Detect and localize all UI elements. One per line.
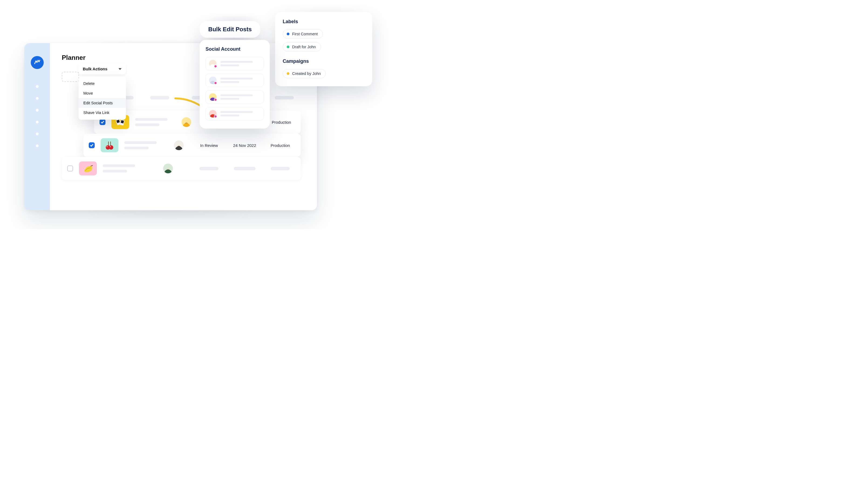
- chip[interactable]: First Comment: [283, 29, 323, 38]
- social-account-row[interactable]: [206, 73, 264, 87]
- nav-item[interactable]: [36, 85, 38, 88]
- post-thumbnail: [101, 138, 118, 152]
- chevron-down-icon: [118, 67, 122, 70]
- bulk-edit-pill-label: Bulk Edit Posts: [208, 26, 252, 33]
- chip[interactable]: Created by John: [283, 69, 326, 78]
- bulk-edit-pill: Bulk Edit Posts: [199, 21, 260, 38]
- nav-item[interactable]: [36, 97, 38, 100]
- svg-point-7: [109, 145, 113, 150]
- network-badge-icon: [214, 98, 217, 101]
- chip-label: Draft for John: [292, 45, 316, 49]
- bulk-actions-menu: DeleteMoveEdit Social PostsShave Via Lin…: [79, 76, 126, 120]
- row-checkbox[interactable]: [67, 165, 73, 171]
- chip-dot-icon: [287, 72, 289, 75]
- chip-label: Created by John: [292, 71, 321, 76]
- avatar: [182, 117, 191, 127]
- nav-item[interactable]: [36, 133, 38, 135]
- row-checkbox[interactable]: [99, 119, 105, 125]
- social-account-row[interactable]: [206, 57, 264, 70]
- nav-item[interactable]: [36, 144, 38, 147]
- tag-cell: Production: [267, 143, 294, 148]
- network-badge-icon: [214, 81, 217, 85]
- nav-item[interactable]: [36, 109, 38, 111]
- labels-panel: Labels First CommentDraft for John Campa…: [275, 12, 372, 86]
- avatar: [163, 164, 173, 173]
- nav-item[interactable]: [36, 121, 38, 124]
- social-account-row[interactable]: [206, 90, 264, 104]
- bulk-actions-item[interactable]: Move: [79, 89, 126, 98]
- bulk-actions-label: Bulk Actions: [83, 67, 107, 71]
- date-cell: 24 Nov 2022: [228, 143, 261, 148]
- bulk-actions-item[interactable]: Edit Social Posts: [79, 98, 126, 108]
- chip-dot-icon: [287, 45, 289, 48]
- tag-cell: Production: [269, 120, 294, 125]
- campaigns-title: Campaigns: [283, 59, 365, 64]
- network-badge-icon: [214, 115, 217, 118]
- post-row[interactable]: In Review24 Nov 2022Production: [83, 134, 301, 157]
- post-thumbnail: [79, 161, 97, 175]
- drop-target[interactable]: [62, 72, 79, 82]
- row-checkbox[interactable]: [89, 142, 95, 148]
- labels-title: Labels: [283, 19, 365, 25]
- social-account-panel: Social Account: [199, 40, 270, 129]
- chip[interactable]: Draft for John: [283, 42, 321, 52]
- svg-point-8: [106, 146, 107, 147]
- network-badge-icon: [214, 65, 217, 68]
- avatar: [174, 140, 184, 150]
- svg-point-9: [110, 146, 111, 147]
- bulk-actions-item[interactable]: Delete: [79, 79, 126, 89]
- app-logo[interactable]: [31, 56, 44, 69]
- sidebar: [24, 43, 50, 210]
- bulk-actions-item[interactable]: Shave Via Link: [79, 108, 126, 118]
- chip-label: First Comment: [292, 32, 318, 36]
- status-cell: In Review: [195, 143, 222, 148]
- chip-dot-icon: [287, 33, 289, 35]
- post-row[interactable]: [62, 157, 301, 180]
- social-account-title: Social Account: [206, 46, 264, 52]
- bulk-actions-dropdown: Bulk Actions DeleteMoveEdit Social Posts…: [79, 63, 126, 120]
- app-window: Planner In Review24 Nov 2022ProductionIn…: [24, 43, 317, 210]
- bulk-actions-trigger[interactable]: Bulk Actions: [79, 63, 126, 74]
- social-account-row[interactable]: [206, 107, 264, 121]
